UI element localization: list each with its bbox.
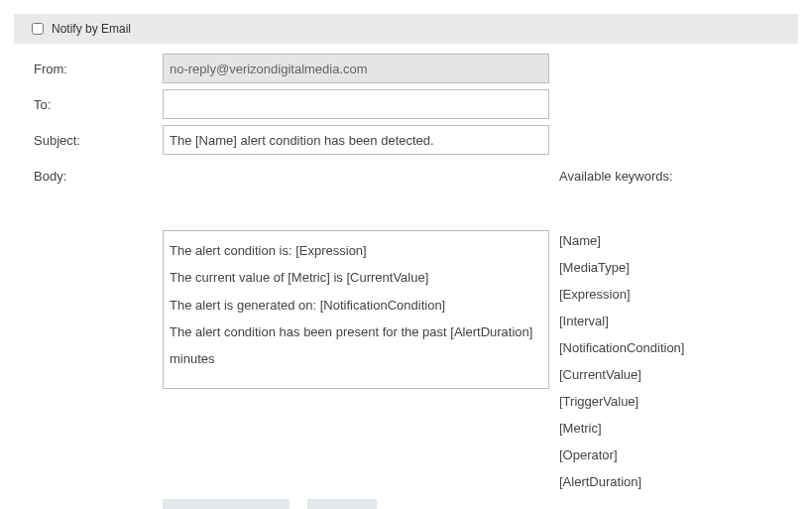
keyword-item: [Name] <box>559 233 684 248</box>
body-textarea[interactable] <box>163 230 549 389</box>
to-row: To: <box>14 89 798 119</box>
form-area: From: To: Subject: Body: Available keywo… <box>0 44 812 509</box>
notify-email-header: Notify by Email <box>14 14 798 44</box>
body-row: Body: Available keywords: [Name] [MediaT… <box>14 161 798 489</box>
keyword-item: [Operator] <box>559 447 684 462</box>
subject-input[interactable] <box>163 125 549 155</box>
subject-row: Subject: <box>14 125 798 155</box>
keyword-item: [Expression] <box>559 287 684 302</box>
keyword-item: [MediaType] <box>559 260 684 275</box>
keyword-item: [TriggerValue] <box>559 394 684 409</box>
test-notification-button[interactable]: Test Notification <box>163 499 290 509</box>
keyword-item: [AlertDuration] <box>559 474 684 489</box>
keyword-item: [Metric] <box>559 421 684 436</box>
keyword-item: [NotificationCondition] <box>559 340 684 355</box>
keywords-panel: Available keywords: [Name] [MediaType] [… <box>559 161 684 489</box>
button-row: Test Notification Reset <box>163 499 798 509</box>
to-label: To: <box>14 89 163 112</box>
notify-email-checkbox[interactable] <box>32 23 44 35</box>
keyword-item: [Interval] <box>559 314 684 328</box>
keywords-list: [Name] [MediaType] [Expression] [Interva… <box>559 233 684 489</box>
keywords-title: Available keywords: <box>559 169 684 184</box>
from-label: From: <box>14 54 163 76</box>
body-label: Body: <box>14 161 163 184</box>
to-input[interactable] <box>163 89 549 119</box>
subject-label: Subject: <box>14 125 163 148</box>
keyword-item: [CurrentValue] <box>559 367 684 382</box>
notify-email-label: Notify by Email <box>52 22 131 36</box>
from-row: From: <box>14 54 798 83</box>
reset-button[interactable]: Reset <box>307 499 377 509</box>
from-input <box>163 54 549 83</box>
